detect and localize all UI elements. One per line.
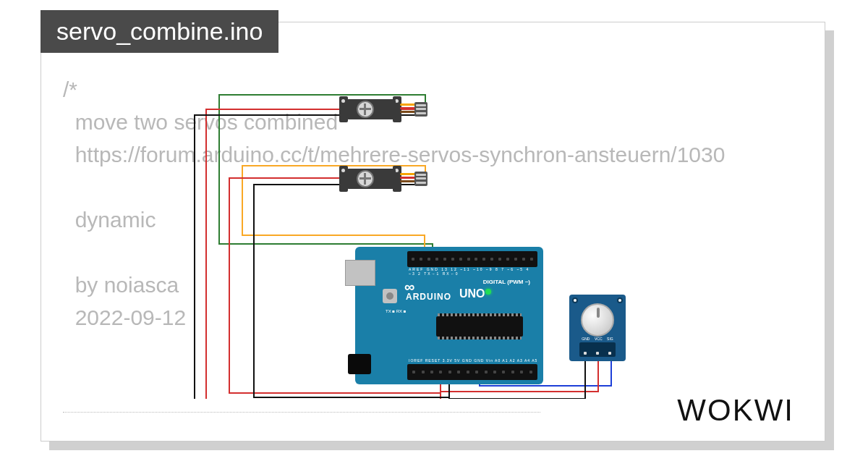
pot-pin-label: SIG [607,337,613,341]
wokwi-brand-label: WOKWI [677,393,794,428]
file-title-tab: servo_combine.ino [41,10,278,53]
pot-pin-header [579,342,616,357]
power-jack-icon [348,354,371,374]
pot-pin-labels: GND VCC SIG [579,337,616,341]
code-line: move two servos combined [63,110,338,134]
code-line: /* [63,77,77,101]
code-preview: /* move two servos combined https://foru… [63,73,725,334]
pot-pin-label: GND [582,337,590,341]
power-analog-pin-header [407,364,537,380]
code-line: https://forum.arduino.cc/t/mehrere-servo… [63,143,725,166]
code-line: 2022-09-12 [63,305,186,329]
pot-pin-label: VCC [595,337,603,341]
preview-card: /* move two servos combined https://foru… [41,22,825,442]
divider-line [63,412,540,413]
code-line: by noiasca [63,273,179,297]
bottom-pin-labels: IOREF RESET 3.3V 5V GND GND Vin A0 A1 A2… [409,358,539,363]
code-line: dynamic [63,208,156,232]
